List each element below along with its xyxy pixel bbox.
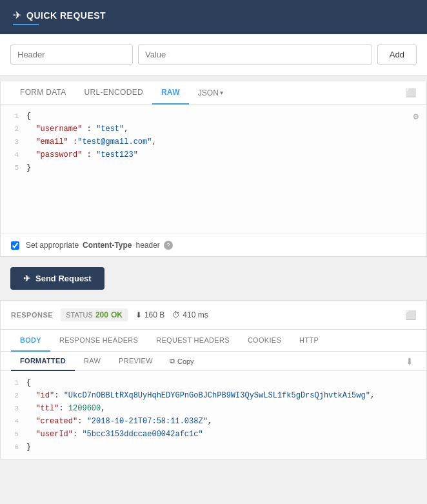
code-line-5: 5 } (1, 161, 426, 174)
status-prefix: STATUS (66, 311, 93, 319)
line-num-1: 1 (1, 110, 26, 123)
resp-line-num-6: 6 (1, 441, 26, 454)
resp-line-content-6: } (26, 441, 31, 454)
tab-raw-format[interactable]: RAW (75, 352, 110, 371)
clock-icon: ⏱ (172, 310, 180, 319)
line-content-1: { (26, 110, 31, 123)
tab-response-headers[interactable]: RESPONSE HEADERS (50, 330, 147, 352)
format-tabs-row: FORMATTED RAW PREVIEW ⧉ Copy ⬇ (1, 352, 426, 371)
time-value: 410 ms (183, 310, 208, 319)
header-underline (13, 24, 39, 25)
collapse-response-icon[interactable]: ⬜ (405, 310, 416, 320)
tab-url-encoded[interactable]: URL-ENCODED (75, 81, 152, 105)
download-icon[interactable]: ⬇ (406, 356, 416, 367)
value-input[interactable] (138, 45, 372, 65)
tab-raw[interactable]: RAW (152, 81, 189, 105)
app-title: QUICK REQUEST (26, 10, 106, 21)
tab-body[interactable]: BODY (11, 330, 50, 352)
code-editor[interactable]: ⚙ 1 { 2 "username" : "test", 3 "email" :… (1, 105, 426, 234)
status-code: 200 (95, 310, 108, 319)
send-section: ✈ Send Request (0, 257, 427, 300)
line-num-5: 5 (1, 161, 26, 174)
body-tabs-row: FORM DATA URL-ENCODED RAW JSON ▾ ⬜ (1, 81, 426, 105)
resp-code-line-3: 3 "ttl": 1209600, (1, 402, 426, 415)
resp-line-content-5: "userId": "5bcc3153ddccae00042afc1c" (26, 428, 203, 441)
tab-preview[interactable]: PREVIEW (110, 352, 162, 371)
resp-line-num-5: 5 (1, 428, 26, 441)
response-tabs-row: BODY RESPONSE HEADERS REQUEST HEADERS CO… (1, 330, 426, 352)
request-inputs-row: Add (0, 34, 427, 76)
app-header: ✈ QUICK REQUEST (0, 0, 427, 34)
line-content-3: "email" :"test@gmail.com", (26, 136, 157, 148)
resp-line-num-1: 1 (1, 376, 26, 389)
tab-request-headers[interactable]: REQUEST HEADERS (147, 330, 239, 352)
resp-line-content-2: "id": "UkcD7nOBBLtRXq8UyHqhEDYGPnGoBJChP… (26, 389, 375, 402)
tab-formatted[interactable]: FORMATTED (11, 352, 75, 371)
line-num-2: 2 (1, 123, 26, 136)
cloud-icon: ⬇ (135, 310, 142, 319)
help-icon[interactable]: ? (164, 241, 173, 250)
line-content-5: } (26, 161, 31, 174)
time-info: ⏱ 410 ms (172, 310, 208, 319)
content-type-checkbox[interactable] (11, 241, 19, 250)
line-num-4: 4 (1, 148, 26, 161)
chevron-down-icon: ▾ (220, 89, 223, 96)
resp-code-line-1: 1 { (1, 376, 426, 389)
body-section: FORM DATA URL-ENCODED RAW JSON ▾ ⬜ ⚙ 1 {… (0, 81, 427, 257)
code-line-3: 3 "email" :"test@gmail.com", (1, 136, 426, 148)
content-type-row: Set appropriate Content-Type header ? (1, 234, 426, 256)
resp-code-line-6: 6 } (1, 441, 426, 454)
tab-json[interactable]: JSON ▾ (189, 82, 232, 104)
resp-code-line-2: 2 "id": "UkcD7nOBBLtRXq8UyHqhEDYGPnGoBJC… (1, 389, 426, 402)
response-header: RESPONSE STATUS 200 OK ⬇ 160 B ⏱ 410 ms … (1, 301, 426, 330)
send-icon: ✈ (23, 274, 30, 283)
send-label: Send Request (35, 274, 92, 283)
size-value: 160 B (144, 310, 164, 319)
code-line-2: 2 "username" : "test", (1, 123, 426, 136)
resp-code-line-4: 4 "created": "2018-10-21T07:58:11.038Z", (1, 415, 426, 428)
resp-line-num-4: 4 (1, 415, 26, 428)
code-line-1: 1 { (1, 110, 426, 123)
tab-form-data[interactable]: FORM DATA (11, 81, 75, 105)
resp-line-num-3: 3 (1, 402, 26, 415)
add-button[interactable]: Add (377, 45, 417, 65)
tab-json-label: JSON (198, 88, 219, 97)
content-type-label-start: Set appropriate (26, 241, 79, 250)
status-text: OK (111, 310, 123, 319)
response-code-area: 1 { 2 "id": "UkcD7nOBBLtRXq8UyHqhEDYGPnG… (1, 371, 426, 459)
content-type-bold: Content-Type (83, 241, 132, 250)
line-content-2: "username" : "test", (26, 123, 128, 136)
header-input[interactable] (10, 45, 133, 65)
collapse-body-icon[interactable]: ⬜ (406, 88, 416, 97)
tab-http[interactable]: HTTP (290, 330, 328, 352)
copy-icon: ⧉ (170, 357, 175, 365)
resp-line-num-2: 2 (1, 389, 26, 402)
resp-line-content-4: "created": "2018-10-21T07:58:11.038Z", (26, 415, 212, 428)
copy-label: Copy (177, 358, 194, 365)
send-request-button[interactable]: ✈ Send Request (10, 267, 104, 290)
plane-icon: ✈ (13, 9, 21, 21)
gear-icon[interactable]: ⚙ (413, 111, 419, 122)
line-content-4: "password" : "test123" (26, 148, 138, 161)
content-type-label-end: header (136, 241, 160, 250)
resp-code-line-5: 5 "userId": "5bcc3153ddccae00042afc1c" (1, 428, 426, 441)
line-num-3: 3 (1, 136, 26, 148)
resp-line-content-3: "ttl": 1209600, (26, 402, 105, 415)
status-badge: STATUS 200 OK (61, 308, 128, 321)
copy-button[interactable]: ⧉ Copy (162, 353, 202, 369)
size-info: ⬇ 160 B (135, 310, 164, 319)
tab-cookies[interactable]: COOKIES (239, 330, 290, 352)
code-line-4: 4 "password" : "test123" (1, 148, 426, 161)
resp-line-content-1: { (26, 376, 31, 389)
response-section: RESPONSE STATUS 200 OK ⬇ 160 B ⏱ 410 ms … (0, 300, 427, 459)
response-label: RESPONSE (11, 311, 53, 319)
